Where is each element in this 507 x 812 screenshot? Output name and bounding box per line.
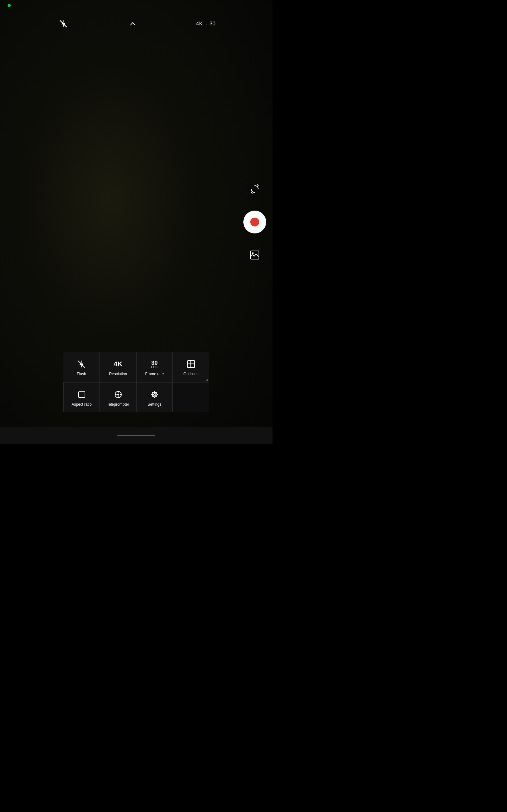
menu-item-framerate[interactable]: 30 FPS Frame rate (136, 352, 173, 382)
menu-item-gridlines[interactable]: Gridlines (173, 352, 209, 382)
teleprompter-label: Teleprompter (107, 402, 129, 407)
aspect-ratio-menu-icon (77, 390, 87, 400)
home-indicator[interactable] (117, 435, 155, 436)
gridlines-menu-icon (186, 359, 196, 369)
svg-rect-9 (78, 392, 85, 397)
resolution-value: 4K (196, 20, 203, 27)
teleprompter-menu-icon (113, 390, 123, 400)
framerate-label: Frame rate (145, 372, 164, 376)
menu-item-aspect-ratio[interactable]: Aspect ratio (63, 382, 100, 412)
svg-point-11 (117, 394, 119, 396)
chevron-up-icon[interactable] (126, 17, 139, 30)
flash-off-icon[interactable] (57, 17, 70, 30)
record-indicator (250, 217, 259, 226)
flash-menu-icon (76, 359, 87, 369)
settings-label: Settings (148, 402, 161, 407)
resolution-display: 4K · 30 (196, 20, 216, 28)
menu-item-settings[interactable]: Settings (136, 382, 173, 412)
svg-point-17 (153, 392, 157, 397)
separator-dot: · (205, 20, 207, 28)
gallery-button[interactable] (246, 246, 264, 264)
menu-item-empty (173, 382, 209, 412)
corner-indicator (206, 379, 208, 381)
framerate-value: 30 (210, 20, 216, 27)
top-bar: 4K · 30 (0, 17, 273, 30)
aspect-ratio-label: Aspect ratio (72, 402, 92, 407)
framerate-menu-icon: 30 FPS (150, 359, 160, 369)
resolution-label: Resolution (109, 372, 127, 376)
flip-camera-button[interactable] (246, 180, 264, 198)
menu-item-resolution[interactable]: 4K Resolution (100, 352, 136, 382)
status-indicator (8, 4, 11, 7)
menu-item-flash[interactable]: Flash (63, 352, 100, 382)
record-button[interactable] (243, 211, 266, 234)
flash-label: Flash (77, 372, 86, 376)
resolution-menu-icon: 4K (113, 359, 123, 369)
right-controls (243, 180, 266, 264)
nav-bar (0, 426, 273, 444)
svg-point-16 (153, 394, 156, 396)
menu-item-teleprompter[interactable]: Teleprompter (100, 382, 136, 412)
settings-menu-icon (150, 390, 160, 400)
gridlines-label: Gridlines (183, 372, 199, 376)
settings-panel: Flash 4K Resolution 30 FPS Frame rate Gr… (63, 352, 209, 412)
svg-point-3 (252, 252, 254, 254)
